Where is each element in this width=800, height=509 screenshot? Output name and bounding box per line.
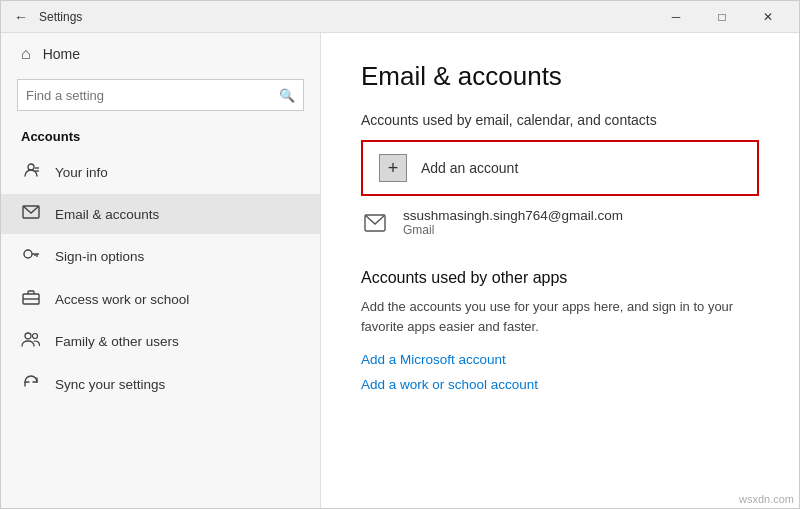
envelope-icon: [21, 205, 41, 223]
add-account-button[interactable]: + Add an account: [361, 140, 759, 196]
account-details: ssushmasingh.singh764@gmail.com Gmail: [403, 208, 623, 237]
svg-point-11: [33, 334, 38, 339]
sidebar-item-work-school[interactable]: Access work or school: [1, 278, 320, 320]
section1-label: Accounts used by email, calendar, and co…: [361, 112, 759, 128]
account-email: ssushmasingh.singh764@gmail.com: [403, 208, 623, 223]
search-box[interactable]: 🔍: [17, 79, 304, 111]
sidebar-item-home[interactable]: ⌂ Home: [1, 33, 320, 75]
sidebar-item-your-info-label: Your info: [55, 165, 108, 180]
maximize-button[interactable]: □: [699, 1, 745, 33]
add-account-label: Add an account: [421, 160, 518, 176]
account-item[interactable]: ssushmasingh.singh764@gmail.com Gmail: [361, 198, 759, 247]
close-button[interactable]: ✕: [745, 1, 791, 33]
sidebar-item-sync-label: Sync your settings: [55, 377, 165, 392]
page-title: Email & accounts: [361, 61, 759, 92]
back-button[interactable]: ←: [9, 5, 33, 29]
window-title: Settings: [39, 10, 653, 24]
home-icon: ⌂: [21, 45, 31, 63]
window-controls: ─ □ ✕: [653, 1, 791, 33]
sidebar-item-email-accounts[interactable]: Email & accounts: [1, 194, 320, 234]
svg-point-10: [25, 333, 31, 339]
sidebar-item-sync[interactable]: Sync your settings: [1, 362, 320, 406]
person-lines-icon: [21, 161, 41, 183]
svg-point-4: [24, 250, 32, 258]
sidebar-item-family[interactable]: Family & other users: [1, 320, 320, 362]
sidebar-item-your-info[interactable]: Your info: [1, 150, 320, 194]
key-icon: [21, 245, 41, 267]
sidebar-item-sign-in-label: Sign-in options: [55, 249, 144, 264]
minimize-button[interactable]: ─: [653, 1, 699, 33]
search-input[interactable]: [26, 88, 279, 103]
account-type: Gmail: [403, 223, 623, 237]
home-label: Home: [43, 46, 80, 62]
main-content: Email & accounts Accounts used by email,…: [321, 33, 799, 508]
people-icon: [21, 331, 41, 351]
svg-point-0: [28, 164, 34, 170]
content-area: ⌂ Home 🔍 Accounts Your info: [1, 33, 799, 508]
email-account-icon: [361, 209, 389, 237]
sidebar-item-work-school-label: Access work or school: [55, 292, 189, 307]
briefcase-icon: [21, 289, 41, 309]
watermark: wsxdn.com: [739, 493, 794, 505]
sidebar-item-sign-in[interactable]: Sign-in options: [1, 234, 320, 278]
settings-window: ← Settings ─ □ ✕ ⌂ Home 🔍: [0, 0, 800, 509]
titlebar: ← Settings ─ □ ✕: [1, 1, 799, 33]
section2-description: Add the accounts you use for your apps h…: [361, 297, 759, 336]
sidebar: ⌂ Home 🔍 Accounts Your info: [1, 33, 321, 508]
sync-icon: [21, 373, 41, 395]
add-microsoft-account-link[interactable]: Add a Microsoft account: [361, 352, 759, 367]
sidebar-section-title: Accounts: [1, 121, 320, 150]
search-icon: 🔍: [279, 88, 295, 103]
section2-title: Accounts used by other apps: [361, 269, 759, 287]
sidebar-item-email-accounts-label: Email & accounts: [55, 207, 159, 222]
plus-icon: +: [379, 154, 407, 182]
add-work-school-account-link[interactable]: Add a work or school account: [361, 377, 759, 392]
sidebar-item-family-label: Family & other users: [55, 334, 179, 349]
